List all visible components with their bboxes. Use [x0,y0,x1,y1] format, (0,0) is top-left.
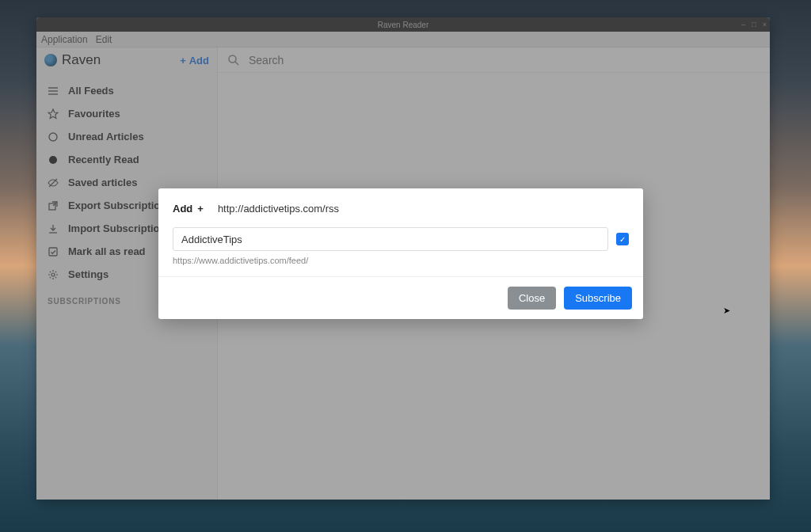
dialog-feed-row: ✓ [158,222,643,251]
subscribe-button[interactable]: Subscribe [564,287,632,310]
feed-name-input[interactable] [173,227,608,251]
dialog-add-label: Add + [173,203,204,215]
checkmark-icon: ✓ [619,235,626,244]
add-feed-dialog: Add + http://addictivetips.com/rss ✓ htt… [158,188,643,319]
desktop-wallpaper: Raven Reader – □ × Application Edit Rave… [0,0,811,532]
plus-icon: + [197,203,204,215]
dialog-footer: Close Subscribe [158,276,643,319]
dialog-header-row: Add + http://addictivetips.com/rss [158,188,643,222]
close-button[interactable]: Close [508,287,556,310]
dialog-entered-url: http://addictivetips.com/rss [218,203,339,215]
dialog-add-text: Add [173,203,192,215]
feed-select-checkbox[interactable]: ✓ [616,233,629,245]
app-window: Raven Reader – □ × Application Edit Rave… [36,17,770,500]
modal-overlay[interactable]: Add + http://addictivetips.com/rss ✓ htt… [36,17,770,500]
resolved-feed-url: https://www.addictivetips.com/feed/ [158,251,643,276]
